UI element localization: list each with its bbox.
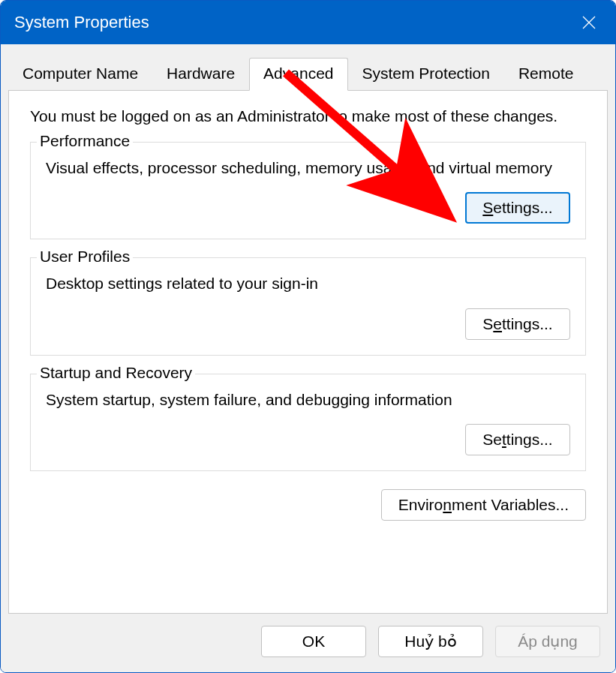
startup-recovery-group: Startup and Recovery System startup, sys… [30, 374, 586, 471]
user-profiles-group: User Profiles Desktop settings related t… [30, 257, 586, 355]
user-profiles-desc: Desktop settings related to your sign-in [46, 273, 570, 294]
env-variables-row: Environment Variables... [30, 489, 586, 521]
startup-recovery-desc: System startup, system failure, and debu… [46, 389, 570, 410]
content-area: Computer Name Hardware Advanced System P… [1, 44, 615, 614]
performance-legend: Performance [37, 132, 133, 150]
tab-system-protection[interactable]: System Protection [348, 58, 504, 90]
admin-notice: You must be logged on as an Administrato… [30, 107, 586, 125]
performance-button-row: Settings... [46, 192, 570, 224]
dialog-footer: OK Huỷ bỏ Áp dụng [1, 614, 615, 672]
performance-desc: Visual effects, processor scheduling, me… [46, 158, 570, 179]
tab-strip: Computer Name Hardware Advanced System P… [8, 58, 608, 90]
titlebar: System Properties [1, 1, 615, 44]
user-profiles-button-row: Settings... [46, 308, 570, 340]
close-icon [581, 15, 596, 30]
environment-variables-button[interactable]: Environment Variables... [381, 489, 586, 521]
system-properties-window: System Properties Computer Name Hardware… [0, 0, 616, 673]
window-title: System Properties [14, 13, 149, 32]
tab-computer-name[interactable]: Computer Name [8, 58, 152, 90]
tab-hardware[interactable]: Hardware [152, 58, 249, 90]
ok-button[interactable]: OK [261, 626, 366, 657]
startup-recovery-button-row: Settings... [46, 424, 570, 455]
user-profiles-legend: User Profiles [37, 248, 133, 266]
cancel-button[interactable]: Huỷ bỏ [378, 626, 483, 657]
performance-settings-button[interactable]: Settings... [465, 192, 570, 224]
tab-advanced[interactable]: Advanced [249, 58, 347, 91]
close-button[interactable] [563, 1, 615, 44]
startup-recovery-legend: Startup and Recovery [37, 364, 195, 382]
advanced-panel: You must be logged on as an Administrato… [8, 90, 608, 614]
startup-recovery-settings-button[interactable]: Settings... [465, 424, 570, 455]
tab-remote[interactable]: Remote [504, 58, 588, 90]
user-profiles-settings-button[interactable]: Settings... [465, 308, 570, 340]
performance-group: Performance Visual effects, processor sc… [30, 142, 586, 239]
apply-button[interactable]: Áp dụng [495, 626, 600, 657]
